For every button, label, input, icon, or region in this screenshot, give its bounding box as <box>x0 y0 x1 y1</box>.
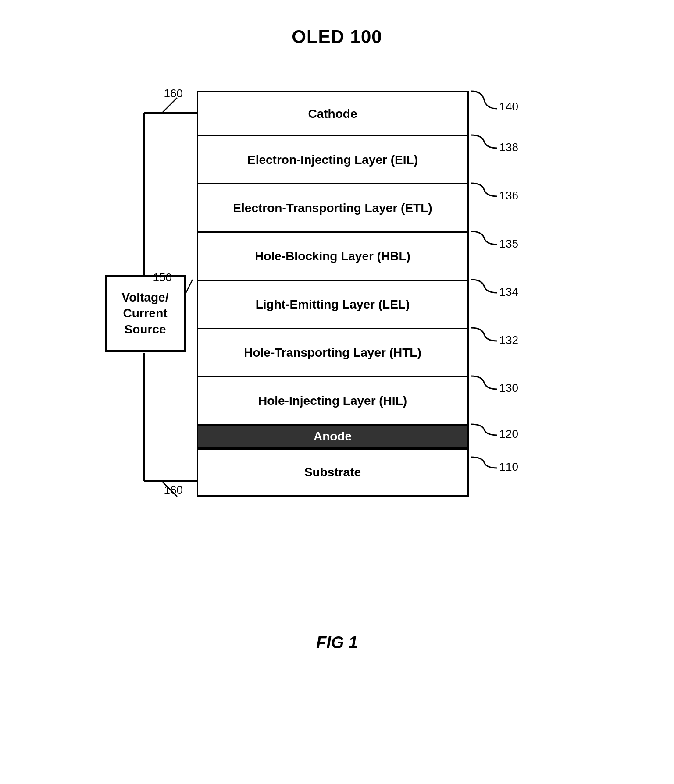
ref-110: 110 <box>499 460 518 474</box>
ref-132: 132 <box>499 333 518 347</box>
layer-eil: Electron-Injecting Layer (EIL) <box>197 135 469 183</box>
layer-anode: Anode <box>197 424 469 448</box>
page-title: OLED 100 <box>292 26 382 47</box>
svg-line-6 <box>186 280 193 293</box>
layer-hbl: Hole-Blocking Layer (HBL) <box>197 231 469 280</box>
ref-150: 150 <box>153 271 172 284</box>
layers-stack: Cathode Electron-Injecting Layer (EIL) E… <box>197 91 469 497</box>
ref-135: 135 <box>499 237 518 251</box>
ref-160-bottom: 160 <box>164 483 183 497</box>
ref-140: 140 <box>499 100 518 114</box>
ref-138: 138 <box>499 141 518 154</box>
layer-htl: Hole-Transporting Layer (HTL) <box>197 328 469 376</box>
layer-etl: Electron-Transporting Layer (ETL) <box>197 183 469 231</box>
source-label: Voltage/ Current Source <box>122 290 169 337</box>
layer-substrate: Substrate <box>197 448 469 497</box>
layer-cathode: Cathode <box>197 91 469 135</box>
ref-136: 136 <box>499 189 518 202</box>
layer-hil: Hole-Injecting Layer (HIL) <box>197 376 469 424</box>
ref-120: 120 <box>499 427 518 441</box>
layer-lel: Light-Emitting Layer (LEL) <box>197 280 469 328</box>
ref-130: 130 <box>499 381 518 395</box>
voltage-current-source: Voltage/ Current Source <box>105 275 186 352</box>
ref-134: 134 <box>499 285 518 299</box>
diagram: Cathode Electron-Injecting Layer (EIL) E… <box>96 65 578 678</box>
ref-160-top: 160 <box>164 87 183 100</box>
page: OLED 100 <box>0 0 674 784</box>
figure-label: FIG 1 <box>316 633 358 652</box>
